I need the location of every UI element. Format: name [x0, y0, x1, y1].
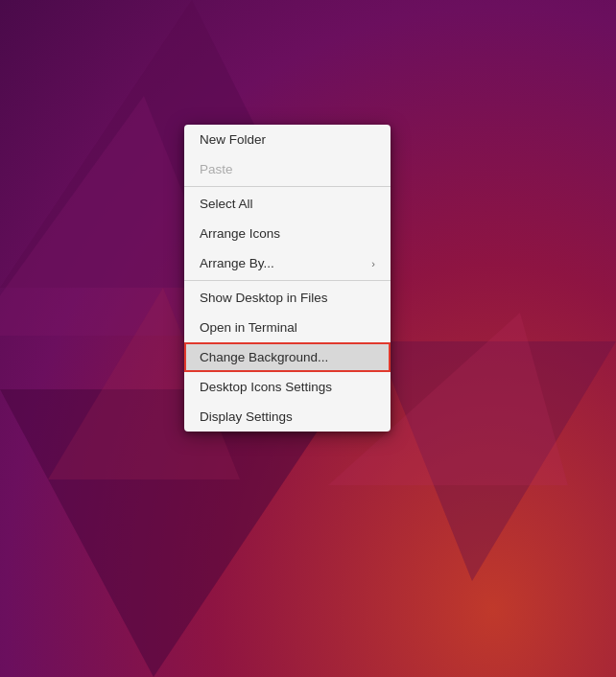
menu-item-open-in-terminal[interactable]: Open in Terminal — [184, 313, 391, 342]
menu-divider-after-arrange-by — [184, 280, 391, 281]
menu-item-arrange-by[interactable]: Arrange By...› — [184, 248, 391, 278]
menu-item-desktop-icons-settings[interactable]: Desktop Icons Settings — [184, 372, 391, 402]
menu-divider-after-paste — [184, 186, 391, 187]
menu-item-display-settings[interactable]: Display Settings — [184, 402, 391, 432]
menu-item-label-show-desktop-in-files: Show Desktop in Files — [200, 291, 328, 305]
menu-item-change-background[interactable]: Change Background... — [184, 342, 391, 372]
menu-item-label-display-settings: Display Settings — [200, 409, 293, 424]
menu-item-arrange-icons[interactable]: Arrange Icons — [184, 219, 391, 248]
context-menu: New FolderPasteSelect AllArrange IconsAr… — [184, 125, 391, 432]
submenu-arrow-arrange-by: › — [371, 258, 375, 269]
menu-item-show-desktop-in-files[interactable]: Show Desktop in Files — [184, 283, 391, 313]
menu-item-label-paste: Paste — [200, 162, 233, 176]
menu-item-label-open-in-terminal: Open in Terminal — [200, 320, 297, 335]
menu-item-label-desktop-icons-settings: Desktop Icons Settings — [200, 380, 332, 394]
menu-item-paste: Paste — [184, 154, 391, 184]
menu-item-new-folder[interactable]: New Folder — [184, 125, 391, 154]
menu-item-label-select-all: Select All — [200, 197, 253, 211]
menu-item-select-all[interactable]: Select All — [184, 189, 391, 219]
menu-item-label-change-background: Change Background... — [200, 350, 328, 364]
menu-item-label-new-folder: New Folder — [200, 132, 266, 147]
menu-item-label-arrange-icons: Arrange Icons — [200, 226, 280, 241]
menu-item-label-arrange-by: Arrange By... — [200, 256, 274, 270]
